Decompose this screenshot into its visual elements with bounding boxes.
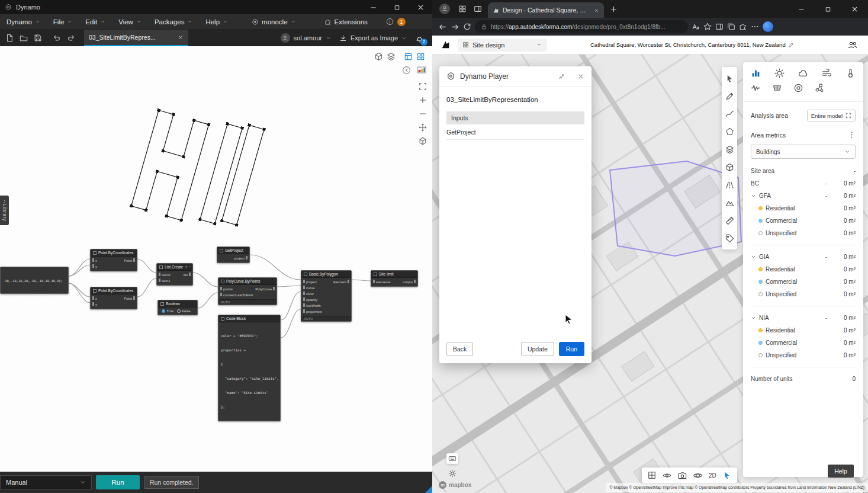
reload-icon[interactable] [463,23,471,31]
map-attribution[interactable]: © Mapbox © OpenStreetMap Improve this ma… [606,483,868,492]
favorite-star-icon[interactable] [703,23,712,31]
tab-close-icon[interactable] [594,8,599,13]
run-mode-select[interactable]: Manual [0,475,92,489]
input-port[interactable]: x [92,258,97,264]
url-bar[interactable]: https://app.autodeskforma.com/designmode… [475,20,688,33]
vertical-tabs-icon[interactable] [474,5,482,13]
output-port[interactable]: Point [124,296,135,302]
menu-help[interactable]: Help [199,14,234,29]
layout-grid-icon[interactable] [648,471,656,479]
node-input-code-block[interactable]: -30,-10,10,30,-30,-10,10,30,30; -20,40,4… [0,267,69,294]
metric-group-gia[interactable]: GIA-0 m² [743,251,863,263]
browser-maximize-icon[interactable] [815,0,841,18]
visibility-icon[interactable] [663,471,671,480]
new-tab-icon[interactable] [610,5,618,13]
collapse-dialog-icon[interactable] [558,73,565,80]
output-port[interactable]: PolyCurve [255,286,275,292]
collapse-panel-icon[interactable] [402,66,411,75]
site-address[interactable]: Cathedral Square, Worcester St, Christch… [590,41,794,48]
preview-colors-icon[interactable] [417,65,426,75]
menu-dynamo[interactable]: Dynamo [0,14,47,29]
camera-icon[interactable] [678,471,687,480]
input-port[interactable]: item0 [159,272,171,278]
font-size-icon[interactable] [692,23,700,31]
user-account-button[interactable]: sol.amour [281,33,331,43]
zoom-in-icon[interactable] [418,95,427,105]
node-basic-bypolygon[interactable]: Basic.ByPolygon projectElement curve col… [301,270,352,322]
menu-edit[interactable]: Edit [79,14,112,29]
microclimate-analysis-icon[interactable] [846,68,856,78]
solar-energy-icon[interactable] [772,83,782,93]
menu-packages[interactable]: Packages [148,14,200,29]
area-metrics-tool-icon[interactable] [751,68,761,78]
update-button[interactable]: Update [521,342,554,356]
dataset-select[interactable]: Buildings [751,145,856,159]
analysis-area-button[interactable]: Entire model [807,110,856,121]
zoom-fit-icon[interactable] [418,82,427,91]
metrics-menu-icon[interactable] [848,131,856,139]
collaborators-icon[interactable] [848,40,857,50]
back-button[interactable]: Back [446,342,473,356]
node-point-bycoordinates-1[interactable]: Point.ByCoordinates xPoint y [90,249,137,271]
input-port[interactable]: connectLastToFirst [220,292,253,298]
maximize-icon[interactable] [385,0,409,14]
browser-tab[interactable]: Design - Cathedral Square, Worce [488,2,604,18]
input-port[interactable]: item1 [159,278,171,284]
keyboard-shortcuts-icon[interactable] [446,453,458,464]
mapbox-logo[interactable]: mmapbox [439,481,471,489]
input-port[interactable]: curve [303,285,315,291]
orbit-view-icon[interactable] [693,471,702,480]
grid-view-toggle-icon[interactable] [416,52,425,61]
split-screen-icon[interactable] [715,23,724,31]
forward-icon[interactable] [451,23,459,31]
input-port[interactable]: x [92,296,97,302]
pointer-tool-icon[interactable] [723,471,731,479]
metric-group-gfa[interactable]: GFA-0 m² [743,190,863,202]
browser-minimize-icon[interactable] [788,0,815,18]
zone-tool-icon[interactable] [722,123,737,140]
geometry-preview-icon[interactable] [374,52,383,61]
input-getproject-row[interactable]: GetProject [446,124,584,140]
input-port[interactable]: elements [373,279,390,285]
input-port[interactable]: opacity [303,297,317,303]
view-2d-toggle[interactable]: 2D [709,472,716,479]
notifications-button[interactable]: 2 [415,34,424,43]
input-port[interactable]: project [303,279,317,285]
menu-file[interactable]: File [47,14,79,29]
output-port[interactable]: list [184,272,191,278]
input-port[interactable]: y [92,302,97,308]
terrain-tool-icon[interactable] [722,194,737,212]
library-tab[interactable]: Library [0,196,9,225]
close-icon[interactable] [409,0,432,14]
menu-extensions[interactable]: Extensions [318,14,374,29]
building-tool-icon[interactable] [722,158,737,176]
save-file-icon[interactable] [31,30,45,46]
node-boolean[interactable]: Boolean True False [157,300,198,315]
forma-logo[interactable] [441,40,451,50]
operational-energy-icon[interactable] [793,83,803,93]
noise-analysis-icon[interactable] [751,83,761,93]
graph-tab[interactable]: 03_SiteLimitByRepres... [84,30,188,46]
extensions-puzzle-icon[interactable] [739,23,747,31]
open-file-icon[interactable] [17,30,31,46]
account-avatar[interactable] [763,21,773,32]
redo-icon[interactable] [64,30,78,46]
help-button[interactable]: Help [828,465,854,478]
graph-view-toggle-icon[interactable] [404,52,413,61]
orbit-tool-icon[interactable] [418,136,427,146]
close-dialog-icon[interactable] [577,73,584,80]
resize-corner[interactable] [425,486,432,493]
sun-analysis-icon[interactable] [774,68,785,78]
browser-menu-icon[interactable] [751,23,759,31]
minimize-icon[interactable] [361,0,385,14]
lacing-badge[interactable]: AUTO [301,316,351,321]
collections-icon[interactable] [727,23,735,31]
lacing-badge[interactable]: AUTO [218,299,277,305]
run-script-button[interactable]: Run [559,342,584,356]
input-port[interactable]: y [92,264,97,270]
select-tool-icon[interactable] [722,69,737,87]
embodied-carbon-icon[interactable] [815,83,825,93]
pan-tool-icon[interactable] [418,123,427,132]
zoom-out-icon[interactable] [418,109,427,119]
radio-true[interactable] [162,309,165,313]
